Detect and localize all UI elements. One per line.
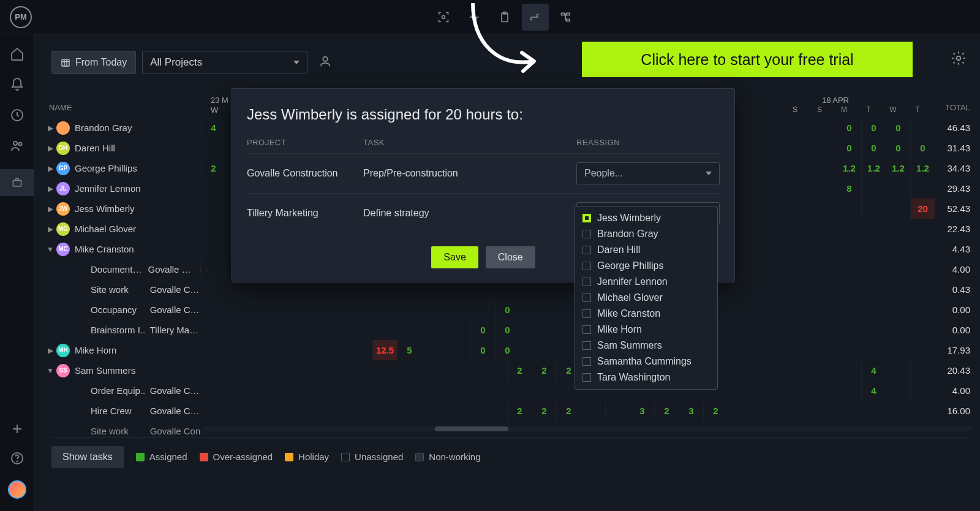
expand-icon[interactable]: ▶ bbox=[44, 184, 56, 193]
hours-cell[interactable]: 0 bbox=[495, 320, 519, 340]
checkbox-icon[interactable] bbox=[582, 262, 591, 270]
person-row[interactable]: ▼ SSSam Summers 222 4 20.43 bbox=[44, 360, 973, 380]
expand-icon[interactable]: ▶ bbox=[44, 164, 56, 173]
checkbox-icon[interactable] bbox=[582, 309, 591, 318]
scan-icon[interactable] bbox=[430, 4, 457, 31]
hours-cell[interactable]: 1.2 bbox=[861, 158, 886, 178]
hours-cell[interactable]: 0 bbox=[861, 118, 886, 138]
expand-icon[interactable]: ▶ bbox=[44, 205, 56, 213]
help-icon[interactable] bbox=[10, 451, 24, 466]
hours-cell[interactable]: 4 bbox=[861, 360, 886, 380]
modal-project: Govalle Construction bbox=[247, 168, 363, 179]
hours-cell[interactable]: 1.2 bbox=[886, 158, 910, 178]
checkbox-icon[interactable] bbox=[582, 278, 591, 286]
person-row[interactable]: ▶ MHMike Horn 12.5500 17.93 bbox=[44, 340, 973, 360]
attachment-icon[interactable] bbox=[522, 4, 549, 31]
hours-cell[interactable]: 2 bbox=[532, 360, 556, 380]
task-row[interactable]: Order Equip..Govalle Con.. 4 4.00 bbox=[44, 380, 973, 401]
person-filter-icon[interactable] bbox=[318, 55, 332, 70]
clipboard-icon[interactable] bbox=[491, 4, 518, 31]
briefcase-icon[interactable] bbox=[0, 169, 34, 196]
hours-cell[interactable]: 0 bbox=[886, 138, 910, 158]
people-select[interactable]: People... bbox=[576, 162, 720, 184]
expand-icon[interactable]: ▶ bbox=[44, 346, 56, 355]
dropdown-item[interactable]: Daren Hill bbox=[575, 242, 717, 258]
project-select[interactable]: All Projects bbox=[142, 51, 307, 74]
clock-icon[interactable] bbox=[10, 108, 24, 123]
hours-cell[interactable]: 2 bbox=[703, 401, 728, 421]
hours-cell[interactable]: 0 bbox=[470, 340, 495, 360]
task-row[interactable]: OccupancyGovalle Con.. 0 0.00 bbox=[44, 300, 973, 320]
hours-cell[interactable]: 3 bbox=[679, 401, 703, 421]
checkbox-icon[interactable] bbox=[582, 230, 591, 238]
hours-cell[interactable]: 0 bbox=[837, 138, 861, 158]
plus-icon[interactable] bbox=[10, 422, 24, 436]
cta-banner[interactable]: Click here to start your free trial bbox=[582, 42, 913, 77]
hours-cell[interactable]: 3 bbox=[630, 401, 654, 421]
hours-cell[interactable]: 2 bbox=[507, 401, 532, 421]
checkbox-icon[interactable] bbox=[582, 293, 591, 302]
checkbox-icon[interactable] bbox=[582, 341, 591, 350]
dropdown-item[interactable]: Tara Washington bbox=[575, 369, 717, 385]
collapse-icon[interactable]: ▼ bbox=[44, 245, 56, 254]
close-button[interactable]: Close bbox=[486, 246, 535, 268]
hours-cell[interactable]: 0 bbox=[837, 118, 861, 138]
modal-row: Govalle Construction Prep/Pre-constructi… bbox=[247, 154, 720, 194]
hours-cell[interactable]: 1.2 bbox=[910, 158, 935, 178]
dropdown-item[interactable]: Jennifer Lennon bbox=[575, 274, 717, 290]
horizontal-scrollbar-track[interactable] bbox=[202, 426, 973, 431]
hours-cell[interactable]: 4 bbox=[201, 118, 225, 138]
horizontal-scrollbar-thumb[interactable] bbox=[435, 426, 508, 431]
hours-cell[interactable]: 4 bbox=[861, 380, 886, 401]
activity-icon[interactable] bbox=[461, 4, 488, 31]
hours-cell[interactable]: 8 bbox=[837, 178, 861, 199]
hours-cell[interactable]: 2 bbox=[507, 360, 532, 380]
dropdown-item[interactable]: Jess Wimberly bbox=[575, 210, 717, 226]
hours-cell[interactable]: 0 bbox=[495, 340, 519, 360]
hours-cell[interactable]: 0 bbox=[495, 300, 519, 320]
save-button[interactable]: Save bbox=[431, 246, 478, 268]
collapse-icon[interactable]: ▼ bbox=[44, 366, 56, 375]
hours-cell[interactable]: 0 bbox=[861, 138, 886, 158]
hours-cell[interactable]: 0 bbox=[470, 320, 495, 340]
tree-icon[interactable] bbox=[552, 4, 579, 31]
user-avatar[interactable] bbox=[8, 480, 26, 499]
dropdown-item[interactable]: Michael Glover bbox=[575, 290, 717, 306]
hours-cell-over[interactable]: 12.5 bbox=[372, 340, 397, 360]
checkbox-icon[interactable] bbox=[582, 325, 591, 334]
legend-nonworking: Non-working bbox=[415, 452, 480, 462]
dropdown-item[interactable]: Mike Horn bbox=[575, 322, 717, 338]
select-label: People... bbox=[584, 168, 623, 179]
hours-cell[interactable]: 0 bbox=[910, 138, 935, 158]
settings-icon[interactable] bbox=[951, 50, 967, 69]
expand-icon[interactable]: ▶ bbox=[44, 124, 56, 132]
dropdown-item[interactable]: Samantha Cummings bbox=[575, 354, 717, 369]
dropdown-item[interactable]: George Phillips bbox=[575, 258, 717, 274]
checkbox-icon[interactable] bbox=[582, 214, 591, 222]
checkbox-icon[interactable] bbox=[582, 357, 591, 366]
hours-cell[interactable]: 0 bbox=[886, 118, 910, 138]
hours-cell-over[interactable]: 20 bbox=[910, 199, 935, 219]
hours-cell[interactable]: 2 bbox=[201, 158, 225, 178]
hours-cell[interactable]: 5 bbox=[397, 340, 421, 360]
dropdown-item[interactable]: Mike Cranston bbox=[575, 306, 717, 322]
hours-cell[interactable]: 2 bbox=[532, 401, 556, 421]
hours-cell[interactable]: 2 bbox=[654, 401, 679, 421]
checkbox-icon[interactable] bbox=[582, 246, 591, 254]
pm-logo[interactable]: PM bbox=[10, 6, 32, 28]
task-row[interactable]: Brainstorm I..Tillery Mark.. 00 0.00 bbox=[44, 320, 973, 340]
people-icon[interactable] bbox=[10, 138, 24, 153]
expand-icon[interactable]: ▶ bbox=[44, 225, 56, 233]
dropdown-item[interactable]: Sam Summers bbox=[575, 338, 717, 354]
from-today-button[interactable]: From Today bbox=[51, 51, 136, 74]
dropdown-item[interactable]: Brandon Gray bbox=[575, 226, 717, 242]
task-row[interactable]: Hire CrewGovalle Con.. 2223232 16.00 bbox=[44, 401, 973, 421]
hours-cell[interactable]: 2 bbox=[556, 401, 581, 421]
show-tasks-button[interactable]: Show tasks bbox=[51, 446, 124, 468]
home-icon[interactable] bbox=[10, 47, 24, 61]
bell-icon[interactable] bbox=[10, 77, 24, 92]
people-dropdown[interactable]: Jess Wimberly Brandon Gray Daren Hill Ge… bbox=[575, 206, 718, 390]
expand-icon[interactable]: ▶ bbox=[44, 144, 56, 153]
checkbox-icon[interactable] bbox=[582, 373, 591, 382]
hours-cell[interactable]: 1.2 bbox=[837, 158, 861, 178]
